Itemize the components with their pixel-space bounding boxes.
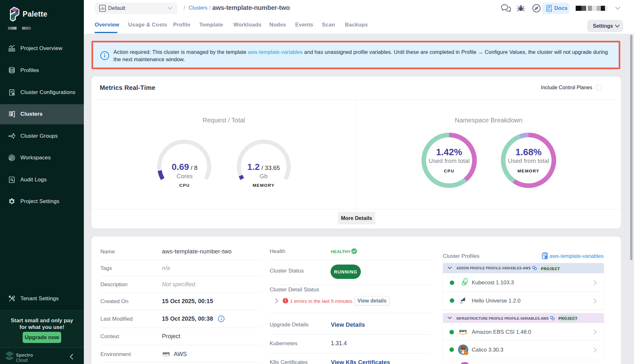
svg-text:aws: aws <box>459 328 467 333</box>
svg-text:aws: aws <box>163 351 170 355</box>
